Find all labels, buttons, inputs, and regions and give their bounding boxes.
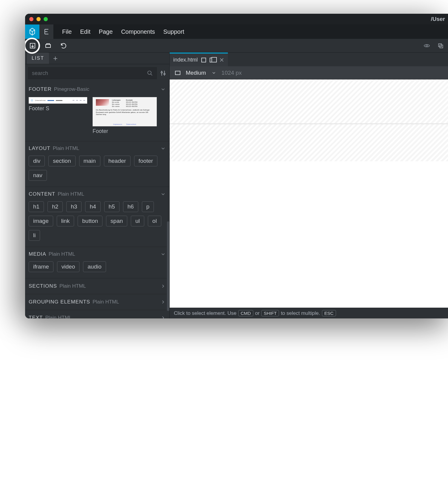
maximize-window-icon[interactable] bbox=[44, 17, 48, 21]
section-header-media[interactable]: MEDIA Plain HTML bbox=[29, 251, 166, 260]
svg-point-5 bbox=[164, 73, 165, 75]
chip-li[interactable]: li bbox=[29, 230, 40, 241]
document-tab-index[interactable]: index.html ✕ bbox=[170, 53, 228, 66]
search-input[interactable] bbox=[32, 70, 147, 76]
section-media: MEDIA Plain HTML iframe video audio bbox=[25, 247, 169, 278]
chip-link[interactable]: link bbox=[57, 216, 74, 226]
close-tab-icon[interactable]: ✕ bbox=[219, 56, 224, 64]
add-tab-button[interactable]: + bbox=[49, 54, 62, 63]
section-header-footer[interactable]: FOOTER Pinegrow-Basic bbox=[29, 86, 166, 95]
chip-h4[interactable]: h4 bbox=[85, 201, 100, 212]
minimize-window-icon[interactable] bbox=[36, 17, 41, 21]
chip-header[interactable]: header bbox=[104, 156, 131, 166]
kbd-cmd: CMD bbox=[238, 310, 253, 316]
undo-icon[interactable] bbox=[59, 41, 68, 50]
section-grouping[interactable]: GROUPING ELEMENTS Plain HTML bbox=[25, 294, 169, 310]
chip-p[interactable]: p bbox=[142, 201, 154, 212]
section-layout: LAYOUT Plain HTML div section main heade… bbox=[25, 141, 169, 187]
search-icon[interactable] bbox=[147, 70, 153, 76]
settings-icon[interactable] bbox=[160, 70, 166, 76]
tab-list[interactable]: LIST bbox=[27, 53, 49, 64]
section-header-content[interactable]: CONTENT Plain HTML bbox=[29, 191, 166, 200]
chevron-down-icon bbox=[160, 146, 166, 151]
chevron-down-icon bbox=[160, 191, 166, 197]
app-window: /User File Edit Page Components Support bbox=[25, 14, 448, 318]
viewport-single-icon[interactable] bbox=[201, 58, 206, 62]
chip-ol[interactable]: ol bbox=[148, 216, 161, 226]
status-text: or bbox=[255, 310, 260, 316]
canvas[interactable] bbox=[170, 79, 448, 308]
chip-image[interactable]: image bbox=[29, 216, 53, 226]
chip-h1[interactable]: h1 bbox=[29, 201, 44, 212]
section-subtitle: Plain HTML bbox=[49, 251, 75, 257]
chip-nav[interactable]: nav bbox=[29, 170, 47, 181]
status-text: Click to select element. Use bbox=[174, 310, 237, 316]
section-title: GROUPING ELEMENTS bbox=[29, 299, 90, 305]
thumbnail: LeitungenEin ersteEin vierteEin vierte K… bbox=[93, 97, 157, 126]
section-header-layout[interactable]: LAYOUT Plain HTML bbox=[29, 145, 166, 154]
section-subtitle: Plain HTML bbox=[93, 299, 119, 305]
library-panel: LIST + bbox=[25, 53, 170, 318]
section-sections[interactable]: SECTIONS Plain HTML bbox=[25, 278, 169, 294]
section-subtitle: Plain HTML bbox=[59, 283, 86, 289]
menu-file[interactable]: File bbox=[62, 28, 72, 35]
component-label: Footer bbox=[93, 128, 157, 134]
content-chips: h1 h2 h3 h4 h5 h6 p image link button sp… bbox=[29, 200, 166, 244]
chip-h3[interactable]: h3 bbox=[66, 201, 82, 212]
status-text: to select multiple. bbox=[281, 310, 320, 316]
device-icon bbox=[175, 71, 180, 75]
section-subtitle: Plain HTML bbox=[53, 145, 79, 151]
visibility-icon[interactable] bbox=[422, 41, 431, 50]
chevron-down-icon[interactable] bbox=[211, 70, 216, 75]
menu-support[interactable]: Support bbox=[163, 28, 184, 35]
svg-point-4 bbox=[161, 72, 162, 73]
kbd-shift: SHIFT bbox=[261, 310, 279, 316]
chip-main[interactable]: main bbox=[79, 156, 100, 166]
chip-div[interactable]: div bbox=[29, 156, 45, 166]
chip-h6[interactable]: h6 bbox=[123, 201, 138, 212]
breakpoint-bar: Medium 1024 px bbox=[170, 66, 448, 79]
component-footer[interactable]: LeitungenEin ersteEin vierteEin vierte K… bbox=[93, 97, 157, 134]
breakpoint-label[interactable]: Medium bbox=[186, 70, 206, 76]
chip-audio[interactable]: audio bbox=[83, 261, 106, 272]
search-row bbox=[25, 64, 169, 82]
section-title: FOOTER bbox=[29, 86, 52, 92]
close-window-icon[interactable] bbox=[29, 17, 33, 21]
section-text[interactable]: TEXT Plain HTML bbox=[25, 310, 169, 318]
editor-logo-icon[interactable] bbox=[39, 24, 54, 39]
menu-edit[interactable]: Edit bbox=[80, 28, 90, 35]
window-controls bbox=[29, 17, 48, 21]
tray-icon[interactable] bbox=[44, 41, 53, 50]
duplicate-icon[interactable] bbox=[436, 41, 445, 50]
chip-button[interactable]: button bbox=[78, 216, 102, 226]
chip-iframe[interactable]: iframe bbox=[29, 261, 53, 272]
kbd-esc: ESC bbox=[322, 310, 336, 316]
chip-h5[interactable]: h5 bbox=[104, 201, 119, 212]
search-box[interactable] bbox=[28, 67, 157, 79]
menu-components[interactable]: Components bbox=[121, 28, 155, 35]
chip-footer[interactable]: footer bbox=[134, 156, 158, 166]
chevron-down-icon bbox=[160, 252, 166, 257]
section-title: TEXT bbox=[29, 315, 43, 318]
section-title: MEDIA bbox=[29, 251, 46, 257]
canvas-placeholder-2 bbox=[170, 124, 448, 161]
chip-h2[interactable]: h2 bbox=[47, 201, 63, 212]
viewport-multi-icon[interactable] bbox=[210, 58, 214, 62]
section-subtitle: Plain HTML bbox=[45, 315, 72, 318]
chip-section[interactable]: section bbox=[48, 156, 75, 166]
chip-ul[interactable]: ul bbox=[131, 216, 144, 226]
menu-items: File Edit Page Components Support bbox=[54, 28, 184, 35]
layout-chips: div section main header footer nav bbox=[29, 154, 166, 184]
component-footer-s[interactable]: Unternehmen Footer S bbox=[29, 97, 87, 112]
chevron-right-icon bbox=[160, 315, 166, 318]
chip-video[interactable]: video bbox=[57, 261, 79, 272]
pinegrow-logo-icon[interactable] bbox=[25, 24, 39, 39]
section-subtitle: Pinegrow-Basic bbox=[54, 86, 89, 92]
import-icon[interactable] bbox=[28, 41, 37, 50]
chip-span[interactable]: span bbox=[106, 216, 127, 226]
breakpoint-size: 1024 px bbox=[222, 70, 242, 76]
chevron-right-icon bbox=[160, 299, 166, 305]
menu-page[interactable]: Page bbox=[99, 28, 113, 35]
scrollbar-thumb[interactable] bbox=[167, 221, 169, 311]
section-subtitle: Plain HTML bbox=[58, 191, 84, 197]
